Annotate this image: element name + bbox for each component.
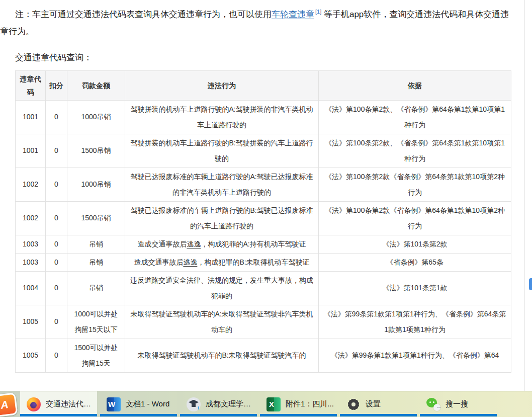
taskbar-button-firefox[interactable]: 交通违法代码... — [20, 391, 97, 417]
cell-fine: 1000吊销 — [67, 168, 125, 201]
behavior-text: 未取得驾驶证驾驶机动车的A:未取得驾驶证驾驶非汽车类机动车的 — [130, 310, 313, 333]
cell-code: 1005 — [16, 305, 46, 339]
cell-basis: 《法》第101条第2款 — [319, 235, 511, 253]
behavior-text: ，构成犯罪的A:持有机动车驾驶证 — [201, 240, 306, 248]
taskbar-button-label: 搜一搜 — [446, 399, 468, 409]
column-header: 违法行为 — [125, 70, 319, 100]
cell-fine: 1500可以并处拘留15天 — [67, 339, 125, 372]
scrollbar-track-line — [524, 0, 525, 391]
violation-table-body: 100101000吊销驾驶拼装的机动车上道路行驶的A:驾驶拼装的非汽车类机动车上… — [16, 100, 511, 372]
column-header: 违章代码 — [16, 70, 46, 100]
taoyi-term-link[interactable]: 逃逸 — [187, 240, 201, 248]
cell-basis: 《法》第100条第2款、《省条例》第64条第1款第10项第1种行为 — [319, 134, 511, 168]
cell-points: 0 — [46, 168, 67, 201]
table-row: 10030吊销造成交通事故后逃逸，构成犯罪的A:持有机动车驾驶证《法》第101条… — [16, 235, 511, 253]
reference-superscript[interactable]: [1] — [315, 9, 321, 15]
cell-points: 0 — [46, 235, 67, 253]
word-icon: W — [107, 397, 121, 411]
cell-code: 1002 — [16, 168, 46, 201]
cell-points: 0 — [46, 134, 67, 168]
cell-points: 0 — [46, 305, 67, 339]
cell-basis: 《法》第100条第2款《省条例》第64条第1款第10项第2种行为 — [319, 201, 511, 235]
graduation-cap-icon: i — [187, 397, 201, 411]
cell-behavior: 驾驶已达报废标准的车辆上道路行驶的B:驾驶已达报废标准的汽车上道路行驶的 — [125, 201, 319, 235]
taskbar-button-label: 交通违法代码... — [46, 399, 97, 409]
cell-behavior: 驾驶拼装的机动车上道路行驶的A:驾驶拼装的非汽车类机动车上道路行驶的 — [125, 100, 319, 134]
cell-fine: 吊销 — [67, 271, 125, 305]
excel-letter: X — [269, 400, 274, 408]
chelun-chaweizhang-link[interactable]: 车轮查违章 — [272, 10, 314, 19]
taskbar-button-wechat[interactable]: 搜一搜 — [420, 391, 497, 417]
running-app-indicator — [180, 414, 257, 416]
excel-icon: X — [267, 397, 281, 411]
cell-code: 1003 — [16, 235, 46, 253]
running-app-indicator — [20, 414, 97, 416]
cell-basis: 《法》第99条第1款第1项第1种行为、《省条例》第64条第1款第1项第1种行为 — [319, 305, 511, 339]
table-header-row: 违章代码扣分罚款金额违法行为依据 — [16, 70, 511, 100]
cell-basis: 《省条例》第65条 — [319, 253, 511, 271]
violation-code-table: 违章代码扣分罚款金额违法行为依据 100101000吊销驾驶拼装的机动车上道路行… — [15, 70, 511, 373]
cell-behavior: 未取得驾驶证驾驶机动车的B:未取得驾驶证驾驶汽车的 — [125, 339, 319, 372]
cell-behavior: 未取得驾驶证驾驶机动车的A:未取得驾驶证驾驶非汽车类机动车的 — [125, 305, 319, 339]
note-text-before: 注：车主可通过交通违法代码表查询具体交通违章行为，也可以使用 — [15, 10, 272, 19]
cell-fine: 吊销 — [67, 235, 125, 253]
cell-code: 1004 — [16, 271, 46, 305]
note-paragraph: 注：车主可通过交通违法代码表查询具体交通违章行为，也可以使用车轮查违章[1] 等… — [0, 3, 513, 40]
cell-basis: 《法》第99条第1款第1项第1种行为、《省条例》第64 — [319, 339, 511, 372]
behavior-text: 违反道路交通安全法律、法规的规定，发生重大事故，构成犯罪的 — [130, 276, 313, 300]
taskbar-button-label: 成都文理学院... — [206, 399, 257, 409]
cell-code: 1003 — [16, 253, 46, 271]
cell-fine: 1000可以并处拘留15天以下 — [67, 305, 125, 339]
cell-code: 1001 — [16, 134, 46, 168]
running-app-indicator — [340, 414, 417, 416]
cell-code: 1002 — [16, 201, 46, 235]
side-panel-tab[interactable] — [529, 278, 532, 290]
cell-points: 0 — [46, 253, 67, 271]
column-header: 依据 — [319, 70, 511, 100]
running-app-indicator — [260, 414, 337, 416]
table-row: 100101000吊销驾驶拼装的机动车上道路行驶的A:驾驶拼装的非汽车类机动车上… — [16, 100, 511, 134]
taskbar-button-label: 文档1 - Word — [126, 399, 169, 409]
firefox-icon — [27, 397, 41, 411]
taoyi-term-link[interactable]: 逃逸 — [183, 258, 197, 266]
cell-fine: 吊销 — [67, 253, 125, 271]
behavior-text: 未取得驾驶证驾驶机动车的B:未取得驾驶证驾驶汽车的 — [137, 351, 306, 359]
pinned-app-a-icon[interactable]: A — [0, 392, 18, 417]
behavior-text: 造成交通事故后 — [137, 240, 187, 248]
cell-behavior: 驾驶拼装的机动车上道路行驶的B:驾驶拼装的汽车上道路行驶的 — [125, 134, 319, 168]
page-content: 注：车主可通过交通违法代码表查询具体交通违章行为，也可以使用车轮查违章[1] 等… — [0, 3, 532, 373]
cell-basis: 《法》第100条第2款《省条例》第64条第1款第10项第2种行为 — [319, 168, 511, 201]
cell-points: 0 — [46, 339, 67, 372]
gear-icon — [346, 397, 361, 411]
cell-behavior: 驾驶已达报废标准的车辆上道路行驶的A:驾驶已达报废标准的非汽车类机动车上道路行驶… — [125, 168, 319, 201]
behavior-text: 驾驶已达报废标准的车辆上道路行驶的B:驾驶已达报废标准的汽车上道路行驶的 — [130, 206, 313, 230]
table-row: 100201500吊销驾驶已达报废标准的车辆上道路行驶的B:驾驶已达报废标准的汽… — [16, 201, 511, 235]
column-header: 罚款金额 — [67, 70, 125, 100]
table-row: 100201000吊销驾驶已达报废标准的车辆上道路行驶的A:驾驶已达报废标准的非… — [16, 168, 511, 201]
cell-points: 0 — [46, 100, 67, 134]
column-header: 扣分 — [46, 70, 67, 100]
cell-behavior: 违反道路交通安全法律、法规的规定，发生重大事故，构成犯罪的 — [125, 271, 319, 305]
cell-code: 1005 — [16, 339, 46, 372]
taskbar-button-gear[interactable]: 设置 — [340, 391, 417, 417]
table-row: 10040吊销违反道路交通安全法律、法规的规定，发生重大事故，构成犯罪的《法》第… — [16, 271, 511, 305]
running-app-indicator — [100, 414, 177, 416]
cell-basis: 《法》第101条第1款 — [319, 271, 511, 305]
taskbar-button-label: 设置 — [366, 399, 381, 409]
table-row: 100501500可以并处拘留15天未取得驾驶证驾驶机动车的B:未取得驾驶证驾驶… — [16, 339, 511, 372]
cell-behavior: 造成交通事故后逃逸，构成犯罪的B:未取得机动车驾驶证 — [125, 253, 319, 271]
section-label: 交通违章代码查询： — [0, 49, 532, 66]
running-app-indicator — [420, 414, 497, 416]
cell-points: 0 — [46, 201, 67, 235]
taskbar-button-cap[interactable]: i 成都文理学院... — [180, 391, 257, 417]
taskbar-button-label: 附件1：四川... — [286, 399, 334, 409]
taskbar-button-excel[interactable]: X 附件1：四川... — [260, 391, 337, 417]
table-row: 10030吊销造成交通事故后逃逸，构成犯罪的B:未取得机动车驾驶证《省条例》第6… — [16, 253, 511, 271]
behavior-text: 驾驶已达报废标准的车辆上道路行驶的A:驾驶已达报废标准的非汽车类机动车上道路行驶… — [130, 173, 313, 196]
behavior-text: 驾驶拼装的机动车上道路行驶的B:驾驶拼装的汽车上道路行驶的 — [130, 139, 313, 162]
cell-fine: 1500吊销 — [67, 134, 125, 168]
taskbar-button-word[interactable]: W 文档1 - Word — [100, 391, 177, 417]
cell-fine: 1500吊销 — [67, 201, 125, 235]
behavior-text: 驾驶拼装的机动车上道路行驶的A:驾驶拼装的非汽车类机动车上道路行驶的 — [130, 105, 313, 129]
cell-basis: 《法》第100条第2款、《省条例》第64条第1款第10项第1种行为 — [319, 100, 511, 134]
